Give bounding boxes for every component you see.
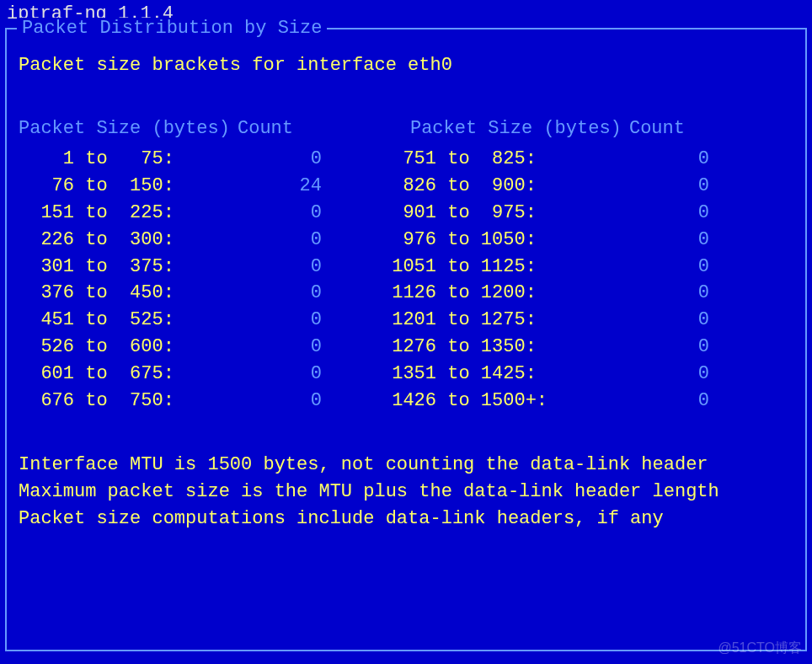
packet-range-right: 901 to 975: — [364, 200, 574, 227]
content-area: Packet size brackets for interface eth0 … — [7, 29, 805, 541]
table-row: 676 to 750:0 1426 to 1500+:0 — [19, 388, 793, 415]
table-header: Packet Size (bytes) Count Packet Size (b… — [19, 118, 793, 139]
footer-line-computation: Packet size computations include data-li… — [19, 506, 793, 533]
table-row: 526 to 600:0 1276 to 1350:0 — [19, 334, 793, 361]
table-row: 76 to 150:24 826 to 900:0 — [19, 173, 793, 200]
packet-range-right: 1426 to 1500+: — [364, 388, 574, 415]
packet-range-left: 676 to 750: — [19, 388, 221, 415]
packet-range-right: 1201 to 1275: — [364, 307, 574, 334]
packet-count-right: 0 — [574, 254, 726, 281]
packet-range-right: 1351 to 1425: — [364, 361, 574, 388]
table-row: 601 to 675:0 1351 to 1425:0 — [19, 361, 793, 388]
packet-count-left: 0 — [221, 254, 364, 281]
packet-count-left: 0 — [221, 334, 364, 361]
packet-range-left: 451 to 525: — [19, 307, 221, 334]
packet-range-left: 151 to 225: — [19, 200, 221, 227]
packet-count-left: 0 — [221, 146, 364, 173]
table-row: 151 to 225:0 901 to 975:0 — [19, 200, 793, 227]
frame-title: Packet Distribution by Size — [17, 18, 327, 39]
packet-count-left: 0 — [221, 361, 364, 388]
footer-info: Interface MTU is 1500 bytes, not countin… — [19, 452, 793, 533]
interface-subtitle: Packet size brackets for interface eth0 — [19, 55, 793, 76]
packet-count-right: 0 — [574, 200, 726, 227]
packet-count-right: 0 — [574, 173, 726, 200]
packet-count-left: 0 — [221, 307, 364, 334]
packet-count-right: 0 — [574, 361, 726, 388]
table-row: 301 to 375:0 1051 to 1125:0 — [19, 254, 793, 281]
packet-count-left: 0 — [221, 280, 364, 307]
packet-count-right: 0 — [574, 388, 726, 415]
header-count-right: Count — [629, 118, 739, 139]
table-row: 451 to 525:0 1201 to 1275:0 — [19, 307, 793, 334]
table-row: 1 to 75:0 751 to 825:0 — [19, 146, 793, 173]
packet-range-left: 601 to 675: — [19, 361, 221, 388]
packet-count-left: 24 — [221, 173, 364, 200]
footer-line-max: Maximum packet size is the MTU plus the … — [19, 479, 793, 506]
packet-range-left: 1 to 75: — [19, 146, 221, 173]
packet-range-left: 226 to 300: — [19, 227, 221, 254]
watermark: @51CTO博客 — [718, 640, 802, 657]
packet-range-right: 751 to 825: — [364, 146, 574, 173]
packet-count-left: 0 — [221, 388, 364, 415]
packet-range-right: 1276 to 1350: — [364, 334, 574, 361]
packet-range-left: 301 to 375: — [19, 254, 221, 281]
packet-count-right: 0 — [574, 307, 726, 334]
packet-range-right: 976 to 1050: — [364, 227, 574, 254]
table-row: 226 to 300:0 976 to 1050:0 — [19, 227, 793, 254]
packet-count-left: 0 — [221, 227, 364, 254]
packet-range-left: 526 to 600: — [19, 334, 221, 361]
packet-range-right: 1126 to 1200: — [364, 280, 574, 307]
packet-count-right: 0 — [574, 280, 726, 307]
packet-range-left: 376 to 450: — [19, 280, 221, 307]
packet-count-right: 0 — [574, 227, 726, 254]
footer-line-mtu: Interface MTU is 1500 bytes, not countin… — [19, 452, 793, 479]
packet-range-right: 1051 to 1125: — [364, 254, 574, 281]
main-frame: Packet Distribution by Size Packet size … — [5, 28, 807, 651]
data-table: 1 to 75:0 751 to 825:0 76 to 150:24 826 … — [19, 146, 793, 415]
packet-count-right: 0 — [574, 334, 726, 361]
packet-count-left: 0 — [221, 200, 364, 227]
header-packet-size-left: Packet Size (bytes) — [19, 118, 238, 139]
header-count-left: Count — [238, 118, 347, 139]
packet-range-left: 76 to 150: — [19, 173, 221, 200]
table-row: 376 to 450:0 1126 to 1200:0 — [19, 280, 793, 307]
packet-count-right: 0 — [574, 146, 726, 173]
packet-range-right: 826 to 900: — [364, 173, 574, 200]
header-packet-size-right: Packet Size (bytes) — [410, 118, 629, 139]
